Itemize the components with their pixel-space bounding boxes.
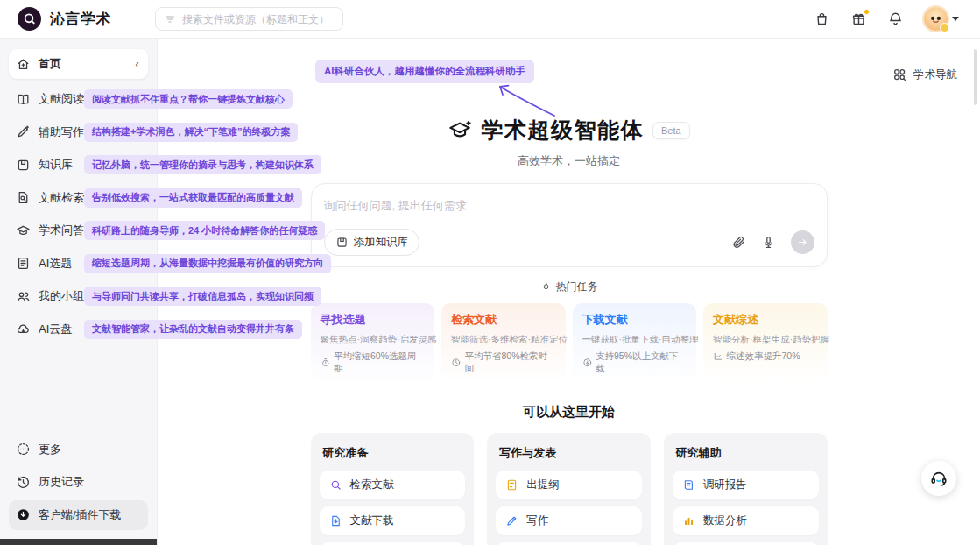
start-item-download-literature[interactable]: 文献下载 (320, 506, 466, 535)
more-circle-icon (16, 442, 31, 457)
start-column: 研究辅助调研报告数据分析脑图梳理研究设计 (664, 433, 828, 545)
avatar-badge (940, 23, 949, 32)
bottom-strip (0, 539, 157, 545)
brand[interactable]: 沁言学术 (0, 7, 111, 31)
gift-icon[interactable] (850, 11, 867, 27)
sidebar-item-knowledge-base[interactable]: 知识库记忆外脑，统一管理你的摘录与思考，构建知识体系 (9, 150, 148, 180)
user-menu[interactable] (924, 7, 959, 31)
mic-icon[interactable] (761, 235, 776, 250)
task-title: 检索文献 (451, 312, 556, 328)
scrollbar-thumb[interactable] (974, 49, 977, 105)
doc-download-icon (329, 514, 342, 527)
academic-nav-link[interactable]: 学术导航 (892, 67, 957, 82)
task-title: 下载文献 (582, 312, 687, 328)
chat-input[interactable] (324, 199, 814, 212)
page-subtitle: 高效学术，一站搞定 (311, 153, 828, 169)
app-logo-icon (18, 7, 41, 31)
sidebar-tooltip-knowledge-base: 记忆外脑，统一管理你的摘录与思考，构建知识体系 (84, 155, 321, 174)
gift-badge (864, 9, 870, 15)
cloud-icon (16, 322, 31, 336)
file-search-icon (16, 190, 31, 205)
column-title: 研究辅助 (676, 445, 819, 461)
promo-badge: AI科研合伙人，越用越懂你的全流程科研助手 (315, 60, 534, 83)
sidebar-item-literature-search[interactable]: 文献检索告别低效搜索，一站式获取最匹配的高质量文献 (9, 183, 148, 213)
task-desc: 一键获取·批量下载·自动整理 (582, 334, 687, 346)
history-clock-icon (16, 475, 31, 490)
hot-task-card-3[interactable]: 下载文献一键获取·批量下载·自动整理支持95%以上文献下载 (573, 303, 697, 383)
sidebar-tooltip-academic-qa: 科研路上的随身导师，24 小时待命解答你的任何疑惑 (84, 221, 325, 240)
graduation-cap-icon (448, 118, 472, 143)
support-headset-button[interactable] (921, 461, 956, 496)
download-filled-icon (16, 507, 31, 522)
doc-outline-icon (505, 478, 518, 492)
sidebar-item-ai-topic[interactable]: AI选题缩短选题周期，从海量数据中挖掘最有价值的研究方向 (9, 249, 148, 279)
start-item-data-analysis[interactable]: 数据分析 (673, 506, 819, 535)
start-columns: 研究准备检索文献文献下载文献阅读选题写作与发表出提纲写作润色文A翻译研究辅助调研… (311, 433, 828, 545)
hot-task-card-1[interactable]: 寻找选题聚焦热点·洞察趋势·启发灵感平均缩短60%选题周期 (311, 303, 435, 383)
caret-down-icon[interactable] (952, 17, 959, 21)
start-column: 写作与发表出提纲写作润色文A翻译 (487, 433, 651, 545)
sidebar-item-more[interactable]: 更多 (9, 435, 148, 464)
circle-down-icon (582, 357, 593, 368)
pen-icon (505, 514, 518, 527)
pen-sparkle-icon (16, 124, 31, 139)
users-icon (16, 289, 31, 304)
sidebar-item-reading[interactable]: 文献阅读阅读文献抓不住重点？帮你一键提炼文献核心 (9, 84, 148, 114)
task-title: 寻找选题 (321, 312, 426, 328)
task-stat: 综述效率提升70% (713, 350, 818, 363)
sidebar-item-client-download[interactable]: 客户端/插件下载 (9, 500, 148, 530)
academic-nav-label: 学术导航 (913, 67, 957, 82)
column-title: 写作与发表 (499, 445, 642, 461)
start-column: 研究准备检索文献文献下载文献阅读选题 (311, 433, 475, 545)
global-search[interactable] (155, 7, 343, 31)
sidebar-item-ai-cloud[interactable]: AI云盘文献智能管家，让杂乱的文献自动变得井井有条 (9, 315, 148, 344)
sidebar-spacer (9, 347, 148, 435)
start-item-search-literature[interactable]: 检索文献 (320, 471, 466, 499)
start-item-survey-report[interactable]: 调研报告 (673, 471, 819, 499)
page-title: 学术超级智能体 (481, 116, 644, 145)
column-title: 研究准备 (323, 445, 466, 461)
sidebar-item-writing-assist[interactable]: 辅助写作结构搭建+学术润色，解决“下笔难”的终极方案 (9, 117, 148, 147)
sidebar-tooltip-writing-assist: 结构搭建+学术润色，解决“下笔难”的终极方案 (84, 123, 298, 142)
bell-icon[interactable] (887, 11, 904, 27)
stopwatch-icon (321, 357, 331, 368)
sidebar-tooltip-literature-search: 告别低效搜索，一站式获取最匹配的高质量文献 (84, 188, 302, 208)
sidebar-item-history[interactable]: 历史记录 (9, 467, 148, 497)
hot-task-card-2[interactable]: 检索文献智能筛选·多维检索·精准定位平均节省80%检索时间 (441, 303, 566, 383)
report-icon (682, 478, 695, 492)
send-button[interactable] (791, 230, 814, 254)
attachment-icon[interactable] (731, 235, 746, 250)
sidebar-item-home[interactable]: 首页‹ (9, 49, 148, 79)
global-search-input[interactable] (182, 13, 335, 25)
start-item-writing[interactable]: 写作 (496, 506, 642, 535)
start-item-outline[interactable]: 出提纲 (496, 471, 642, 499)
task-title: 文献综述 (713, 312, 818, 328)
task-desc: 智能筛选·多维检索·精准定位 (451, 334, 556, 346)
hot-tasks-header: 热门任务 (311, 280, 828, 294)
start-heading: 可以从这里开始 (311, 404, 828, 421)
bag-icon[interactable] (814, 11, 830, 27)
grid-search-icon (892, 67, 907, 82)
sidebar-item-academic-qa[interactable]: 学术问答科研路上的随身导师，24 小时待命解答你的任何疑惑 (9, 216, 148, 245)
grad-cap-icon (16, 223, 31, 238)
filter-lines-icon (164, 13, 176, 25)
chat-card: 添加知识库 (311, 183, 828, 267)
sidebar: 首页‹文献阅读阅读文献抓不住重点？帮你一键提炼文献核心辅助写作结构搭建+学术润色… (0, 39, 158, 545)
sidebar-item-my-groups[interactable]: 我的小组与导师同门共读共享，打破信息孤岛，实现知识同频 (9, 281, 148, 311)
hot-task-card-4[interactable]: 文献综述智能分析·框架生成·趋势把握综述效率提升70% (703, 303, 828, 383)
sidebar-collapse-button[interactable]: ‹ (133, 58, 141, 70)
avatar[interactable] (924, 7, 948, 31)
task-desc: 智能分析·框架生成·趋势把握 (713, 334, 818, 346)
home-icon (16, 57, 31, 72)
book-open-icon (16, 92, 31, 107)
sidebar-tooltip-ai-cloud: 文献智能管家，让杂乱的文献自动变得井井有条 (84, 320, 302, 339)
promo-arrow-icon (495, 82, 558, 119)
sidebar-tooltip-ai-topic: 缩短选题周期，从海量数据中挖掘最有价值的研究方向 (84, 254, 331, 273)
task-stat: 平均节省80%检索时间 (451, 350, 556, 375)
task-stat: 平均缩短60%选题周期 (321, 350, 426, 375)
beta-badge: Beta (652, 122, 690, 139)
topic-doc-icon (16, 256, 31, 271)
add-knowledge-base-button[interactable]: 添加知识库 (324, 229, 420, 256)
kb-book-icon (335, 236, 349, 249)
hot-tasks-row: 寻找选题聚焦热点·洞察趋势·启发灵感平均缩短60%选题周期检索文献智能筛选·多维… (311, 303, 828, 383)
